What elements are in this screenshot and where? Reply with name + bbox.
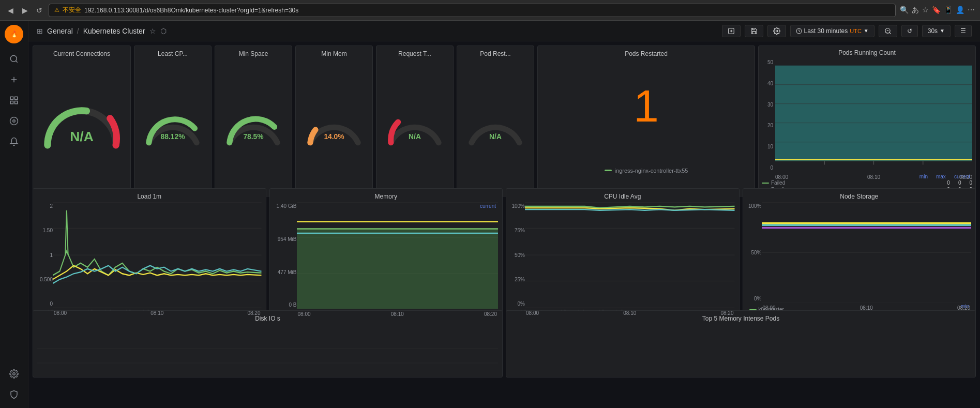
browser-actions: 🔍 あ ☆ 🔖 📱 👤 ⋯	[900, 6, 975, 15]
sidebar-item-alerting[interactable]	[5, 132, 23, 151]
panel-pod-rest: Pod Rest... N/A	[457, 46, 534, 197]
insecure-label: 不安全	[63, 6, 81, 14]
panel-content-pod-rest: N/A	[461, 59, 530, 192]
svg-text:🔥: 🔥	[10, 30, 19, 38]
panel-title-node-storage: Node Storage	[747, 193, 972, 200]
panel-title-least-cpu: Least CP...	[139, 50, 207, 57]
svg-text:78.5%: 78.5%	[243, 132, 263, 141]
reading-icon[interactable]: 🔖	[932, 6, 941, 15]
settings-button[interactable]	[767, 25, 786, 37]
panel-content-least-cpu: 88.12%	[139, 59, 207, 192]
sidebar-item-settings[interactable]	[5, 365, 23, 383]
bookmark-icon[interactable]: ☆	[922, 6, 929, 15]
zoom-out-button[interactable]	[879, 25, 897, 37]
url-bar[interactable]: ⚠ 不安全 192.168.0.113:30081/d/os6Bh8Omk/ku…	[49, 4, 896, 17]
add-panel-button[interactable]	[722, 25, 741, 37]
row-3: Disk IO s Top 5 Memory Intense Pods	[33, 310, 976, 377]
panel-content-min-space: 78.5%	[219, 59, 288, 192]
sidebar-item-admin[interactable]	[5, 385, 23, 404]
search-ext-icon[interactable]: 🔍	[900, 6, 909, 15]
breadcrumb: General / Kubernetes Cluster	[47, 27, 145, 35]
time-range-label: Last 30 minutes	[804, 27, 848, 35]
svg-text:N/A: N/A	[70, 129, 94, 144]
back-button[interactable]: ◀	[5, 5, 16, 16]
panel-title-pods-restarted: Pods Restarted	[542, 50, 750, 57]
forward-button[interactable]: ▶	[20, 5, 30, 16]
svg-rect-27	[775, 66, 972, 161]
svg-point-11	[13, 120, 16, 123]
more-icon[interactable]: ⋯	[968, 6, 975, 15]
share-icon[interactable]: ⬡	[160, 27, 167, 35]
grid-icon: ⊞	[37, 27, 43, 35]
panel-least-cpu: Least CP... 88.12%	[134, 46, 212, 197]
memory-current-label: current	[480, 203, 496, 209]
time-range-button[interactable]: Last 30 minutes UTC ▼	[790, 25, 875, 37]
svg-marker-45	[297, 229, 499, 309]
lock-icon: ⚠	[54, 7, 59, 13]
sidebar-item-search[interactable]	[5, 50, 23, 68]
svg-point-16	[776, 30, 778, 32]
top-bar: ⊞ General / Kubernetes Cluster ☆ ⬡	[28, 21, 980, 41]
svg-text:14.0%: 14.0%	[324, 132, 344, 141]
panel-load-1m: Load 1m 2 1.50 1 0.500 0	[33, 188, 266, 321]
sidebar-item-add[interactable]	[5, 70, 23, 89]
panel-content-current-connections: N/A	[37, 59, 126, 192]
url-text: 192.168.0.113:30081/d/os6Bh8Omk/kubernet…	[84, 7, 298, 14]
panel-content-request-t: N/A	[381, 59, 449, 192]
row-1: Current Connections N/A	[33, 46, 976, 185]
svg-text:N/A: N/A	[409, 132, 421, 141]
breadcrumb-general[interactable]: General	[47, 27, 73, 35]
svg-rect-8	[10, 101, 13, 104]
utc-badge: UTC	[850, 28, 862, 34]
pods-restarted-legend: ingress-nginx-controller-ttx55	[605, 168, 688, 174]
breadcrumb-sep: /	[77, 27, 79, 35]
panel-current-connections: Current Connections N/A	[33, 46, 131, 197]
panel-title-request-t: Request T...	[381, 50, 449, 57]
chevron-down-icon: ▼	[864, 28, 869, 34]
svg-text:88.12%: 88.12%	[161, 132, 185, 141]
panel-title-current-connections: Current Connections	[37, 50, 126, 57]
panel-title-load-1m: Load 1m	[37, 193, 262, 200]
panel-content-min-mem: 14.0%	[300, 59, 368, 192]
svg-point-10	[10, 117, 18, 125]
panel-title-min-space: Min Space	[219, 50, 288, 57]
grafana-app: 🔥 ⊞ General /	[0, 21, 980, 408]
panel-node-storage: Node Storage 100% 50% 0%	[743, 188, 976, 321]
refresh-interval-button[interactable]: 30s ▼	[922, 25, 951, 37]
pods-restarted-value: 1	[634, 83, 659, 129]
sidebar-item-dashboards[interactable]	[5, 91, 23, 110]
refresh-dashboard-button[interactable]: ↺	[901, 25, 918, 37]
dashboard: Current Connections N/A	[28, 41, 980, 408]
panel-title-memory: Memory	[274, 193, 499, 200]
panel-request-t: Request T... N/A	[376, 46, 454, 197]
panel-pods-restarted: Pods Restarted 1 ingress-nginx-controlle…	[537, 46, 755, 197]
grafana-logo[interactable]: 🔥	[5, 25, 23, 43]
panel-title-cpu-idle: CPU Idle Avg	[510, 193, 735, 200]
sidebar-item-explore[interactable]	[5, 112, 23, 130]
refresh-interval-label: 30s	[928, 27, 938, 35]
devices-icon[interactable]: 📱	[944, 6, 953, 15]
svg-line-19	[889, 32, 891, 34]
panel-top5-memory: Top 5 Memory Intense Pods	[506, 310, 976, 377]
panel-min-mem: Min Mem 14.0%	[295, 46, 373, 197]
main-content: ⊞ General / Kubernetes Cluster ☆ ⬡	[28, 21, 980, 408]
menu-button[interactable]: ☰	[955, 25, 972, 37]
panel-disk-io: Disk IO s	[33, 310, 503, 377]
breadcrumb-page: Kubernetes Cluster	[83, 27, 145, 35]
svg-point-2	[10, 55, 17, 62]
star-icon[interactable]: ☆	[149, 27, 156, 35]
refresh-button[interactable]: ↺	[34, 5, 44, 16]
svg-point-12	[13, 373, 16, 375]
panel-title-pod-rest: Pod Rest...	[461, 50, 530, 57]
svg-line-3	[16, 61, 17, 62]
svg-text:N/A: N/A	[489, 132, 502, 141]
sidebar: 🔥	[0, 21, 28, 408]
panel-title-min-mem: Min Mem	[300, 50, 368, 57]
profile-icon[interactable]: 👤	[956, 6, 964, 15]
panel-min-space: Min Space 78.5%	[215, 46, 292, 197]
panel-cpu-idle: CPU Idle Avg 100% 75% 50% 25% 0%	[506, 188, 740, 321]
save-button[interactable]	[745, 25, 763, 37]
row-2: Load 1m 2 1.50 1 0.500 0	[33, 188, 976, 307]
translate-icon[interactable]: あ	[912, 6, 919, 15]
top-bar-actions: Last 30 minutes UTC ▼ ↺ 30s ▼ ☰	[722, 25, 972, 37]
